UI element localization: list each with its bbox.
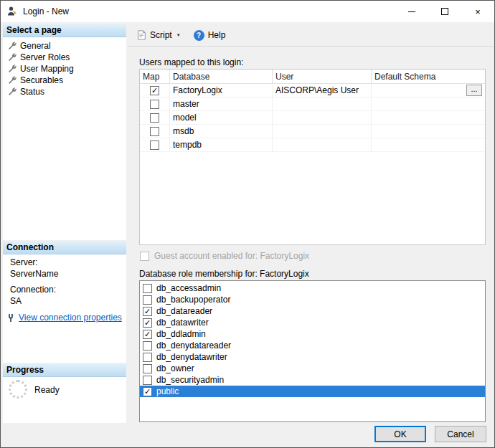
sidebar-item-label: Securables bbox=[20, 75, 63, 85]
wrench-icon bbox=[8, 53, 16, 62]
guest-account-label: Guest account enabled for: FactoryLogix bbox=[154, 251, 309, 261]
database-cell: tempdb bbox=[170, 138, 273, 152]
user-cell[interactable]: AISCORP\Aegis User bbox=[273, 84, 372, 97]
user-mapping-row-msdb[interactable]: msdb bbox=[140, 125, 485, 138]
role-label: db_accessadmin bbox=[156, 283, 221, 293]
role-item-db_denydatawriter[interactable]: db_denydatawriter bbox=[140, 351, 485, 363]
role-item-db_owner[interactable]: db_owner bbox=[140, 363, 485, 374]
user-cell[interactable] bbox=[273, 97, 372, 111]
maximize-icon bbox=[441, 8, 448, 15]
page-list: GeneralServer RolesUser MappingSecurable… bbox=[3, 37, 126, 97]
default-schema-cell[interactable] bbox=[372, 138, 485, 152]
view-connection-properties-link[interactable]: View connection properties bbox=[19, 313, 122, 323]
column-header-database: Database bbox=[170, 70, 273, 84]
progress-status: Ready bbox=[34, 385, 60, 395]
progress-spinner-icon bbox=[9, 380, 27, 399]
role-checkbox-db_ddladmin[interactable]: ✓ bbox=[143, 330, 152, 339]
sidebar-item-general[interactable]: General bbox=[3, 40, 126, 52]
default-schema-cell[interactable]: ... bbox=[372, 84, 485, 97]
column-header-user: User bbox=[273, 70, 372, 84]
connection-panel: Connection Server: ServerName Connection… bbox=[3, 242, 126, 363]
sidebar-item-label: Status bbox=[20, 87, 44, 97]
sidebar-item-user-mapping[interactable]: User Mapping bbox=[3, 63, 126, 75]
default-schema-cell[interactable] bbox=[372, 111, 485, 125]
role-item-db_denydatareader[interactable]: db_denydatareader bbox=[140, 340, 485, 351]
user-mapping-row-FactoryLogix[interactable]: ✓FactoryLogixAISCORP\Aegis User... bbox=[140, 84, 485, 97]
guest-account-checkbox bbox=[140, 252, 149, 261]
role-label: db_backupoperator bbox=[156, 295, 230, 305]
role-checkbox-db_accessadmin[interactable] bbox=[143, 284, 152, 293]
role-checkbox-db_denydatareader[interactable] bbox=[143, 341, 152, 351]
wrench-icon bbox=[8, 87, 16, 96]
cancel-button[interactable]: Cancel bbox=[435, 426, 486, 442]
maximize-button[interactable] bbox=[428, 1, 461, 22]
map-checkbox-model[interactable] bbox=[150, 113, 159, 123]
role-checkbox-db_backupoperator[interactable] bbox=[143, 295, 152, 305]
script-label: Script bbox=[150, 30, 172, 40]
connection-label: Connection: bbox=[3, 284, 126, 295]
map-checkbox-tempdb[interactable] bbox=[150, 140, 159, 150]
map-checkbox-msdb[interactable] bbox=[150, 127, 159, 136]
sidebar-item-status[interactable]: Status bbox=[3, 86, 126, 97]
users-mapped-label: Users mapped to this login: bbox=[139, 57, 243, 67]
role-item-db_securityadmin[interactable]: db_securityadmin bbox=[140, 374, 485, 386]
guest-account-row: Guest account enabled for: FactoryLogix bbox=[140, 251, 309, 261]
map-cell bbox=[140, 125, 170, 138]
sidebar-item-securables[interactable]: Securables bbox=[3, 75, 126, 86]
map-checkbox-FactoryLogix[interactable]: ✓ bbox=[150, 86, 159, 95]
script-dropdown-arrow[interactable]: ▼ bbox=[176, 33, 181, 37]
browse-schema-button[interactable]: ... bbox=[466, 85, 482, 96]
map-cell: ✓ bbox=[140, 84, 170, 97]
default-schema-cell[interactable] bbox=[372, 125, 485, 138]
select-page-panel: Select a page GeneralServer RolesUser Ma… bbox=[3, 24, 126, 240]
user-cell[interactable] bbox=[273, 125, 372, 138]
map-checkbox-master[interactable] bbox=[150, 100, 159, 109]
sidebar-item-label: User Mapping bbox=[20, 64, 74, 74]
role-item-db_datareader[interactable]: ✓db_datareader bbox=[140, 305, 485, 317]
role-label: db_owner bbox=[156, 363, 194, 373]
sidebar-item-server-roles[interactable]: Server Roles bbox=[3, 52, 126, 63]
user-cell[interactable] bbox=[273, 111, 372, 125]
role-item-db_accessadmin[interactable]: db_accessadmin bbox=[140, 282, 485, 294]
connection-value: SA bbox=[3, 295, 126, 307]
role-item-db_backupoperator[interactable]: db_backupoperator bbox=[140, 294, 485, 305]
help-icon: ? bbox=[194, 30, 204, 41]
database-cell: model bbox=[170, 111, 273, 125]
user-mapping-row-model[interactable]: model bbox=[140, 111, 485, 125]
wrench-icon bbox=[8, 42, 16, 50]
role-checkbox-db_datawriter[interactable]: ✓ bbox=[143, 318, 152, 328]
role-checkbox-db_datareader[interactable]: ✓ bbox=[143, 307, 152, 316]
minimize-button[interactable] bbox=[395, 1, 428, 22]
role-label: public bbox=[156, 386, 179, 396]
map-cell bbox=[140, 138, 170, 152]
user-table-header: MapDatabaseUserDefault Schema bbox=[140, 70, 485, 84]
default-schema-cell[interactable] bbox=[372, 97, 485, 111]
role-item-db_datawriter[interactable]: ✓db_datawriter bbox=[140, 317, 485, 328]
role-item-db_ddladmin[interactable]: ✓db_ddladmin bbox=[140, 328, 485, 340]
role-label: db_securityadmin bbox=[156, 375, 224, 385]
titlebar: Login - New × bbox=[1, 1, 494, 22]
role-checkbox-db_securityadmin[interactable] bbox=[143, 376, 152, 385]
window-title: Login - New bbox=[23, 6, 69, 16]
role-checkbox-db_owner[interactable] bbox=[143, 364, 152, 373]
role-membership-label: Database role membership for: FactoryLog… bbox=[139, 269, 309, 279]
server-value: ServerName bbox=[3, 268, 126, 280]
role-item-public[interactable]: ✓public bbox=[140, 386, 485, 397]
user-table-body: ✓FactoryLogixAISCORP\Aegis User...master… bbox=[140, 84, 485, 152]
role-checkbox-public[interactable]: ✓ bbox=[143, 387, 152, 396]
minimize-icon bbox=[408, 11, 415, 12]
user-cell[interactable] bbox=[273, 138, 372, 152]
ok-button[interactable]: OK bbox=[374, 426, 426, 442]
role-membership-list: db_accessadmindb_backupoperator✓db_datar… bbox=[139, 280, 486, 422]
help-button[interactable]: ? Help bbox=[190, 28, 230, 43]
connection-properties-icon bbox=[6, 313, 15, 323]
close-button[interactable]: × bbox=[461, 1, 494, 22]
role-label: db_ddladmin bbox=[156, 329, 206, 339]
server-label: Server: bbox=[3, 257, 126, 268]
role-checkbox-db_denydatawriter[interactable] bbox=[143, 353, 152, 362]
script-button[interactable]: Script ▼ bbox=[133, 28, 184, 42]
sidebar-item-label: General bbox=[20, 41, 51, 51]
toolbar: Script ▼ ? Help bbox=[128, 24, 494, 47]
user-mapping-row-tempdb[interactable]: tempdb bbox=[140, 138, 485, 152]
user-mapping-row-master[interactable]: master bbox=[140, 97, 485, 111]
